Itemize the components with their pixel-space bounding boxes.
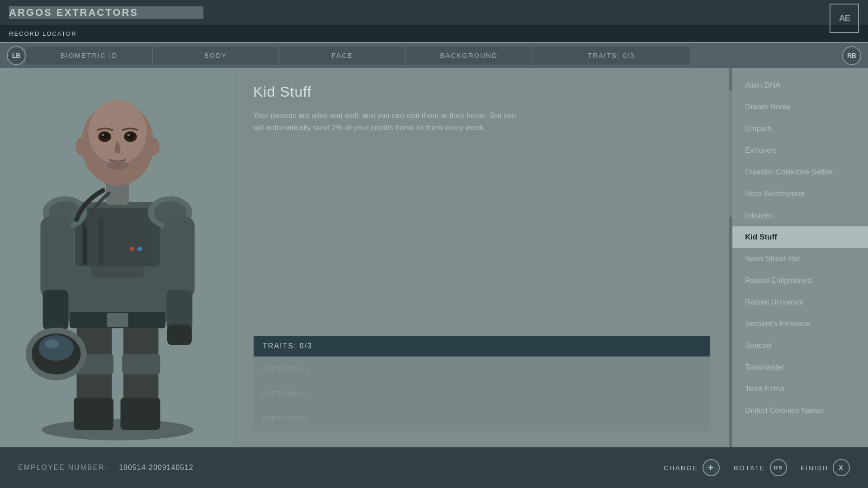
tab-body[interactable]: BODY bbox=[152, 46, 279, 65]
trait-title: Kid Stuff bbox=[253, 84, 711, 100]
tab-traits[interactable]: TRAITS: 0/3 bbox=[532, 46, 690, 65]
rb-button[interactable]: RB bbox=[842, 46, 861, 65]
trait-slot-1[interactable]: {OPTIONAL} bbox=[254, 357, 710, 381]
top-header: ARGOS EXTRACTORS RECORD LOCATOR AE bbox=[0, 0, 868, 43]
finish-button[interactable]: FINISH X bbox=[801, 459, 850, 476]
svg-rect-5 bbox=[74, 398, 113, 430]
rotate-label: ROTATE bbox=[733, 464, 765, 472]
change-button[interactable]: CHANGE ✛ bbox=[664, 459, 720, 476]
trait-list-item[interactable]: Empath bbox=[732, 118, 868, 140]
trait-list-item[interactable]: Kid Stuff bbox=[732, 226, 868, 248]
lb-button[interactable]: LB bbox=[7, 46, 26, 65]
title-bar-fill bbox=[9, 6, 203, 19]
svg-point-36 bbox=[102, 134, 104, 136]
traits-selection-box: TRAITS: 0/3 {OPTIONAL} {OPTIONAL} {OPTIO… bbox=[253, 335, 711, 432]
svg-rect-25 bbox=[167, 290, 193, 330]
x-icon[interactable]: X bbox=[833, 459, 850, 476]
traits-list: Alien DNADream HomeEmpathExtrovertFreest… bbox=[732, 68, 868, 447]
svg-point-31 bbox=[146, 137, 160, 156]
bottom-actions: CHANGE ✛ ROTATE RS FINISH X bbox=[664, 459, 850, 476]
svg-rect-19 bbox=[43, 290, 69, 330]
svg-point-37 bbox=[127, 134, 130, 136]
main-content: Kid Stuff Your parents are alive and wel… bbox=[0, 68, 868, 447]
trait-description: Your parents are alive and well, and you… bbox=[253, 109, 524, 134]
trait-list-item[interactable]: Spaced bbox=[732, 335, 868, 357]
ae-logo: AE bbox=[830, 4, 859, 33]
scrollbar bbox=[729, 68, 732, 447]
trait-list-item[interactable]: Alien DNA bbox=[732, 75, 868, 96]
scrollbar-thumb[interactable] bbox=[729, 90, 732, 217]
trait-list-item[interactable]: Extrovert bbox=[732, 140, 868, 161]
record-bar: RECORD LOCATOR bbox=[0, 25, 868, 42]
svg-point-23 bbox=[45, 339, 59, 349]
trait-list-item[interactable]: United Colonies Native bbox=[732, 400, 868, 422]
svg-rect-24 bbox=[164, 217, 194, 299]
svg-point-22 bbox=[39, 335, 74, 361]
bottom-bar: EMPLOYEE NUMBER: 190514-2009140512 CHANG… bbox=[0, 447, 868, 488]
svg-point-40 bbox=[130, 246, 134, 251]
finish-label: FINISH bbox=[801, 464, 828, 472]
record-subtitle: RECORD LOCATOR bbox=[9, 30, 77, 37]
character-area bbox=[0, 68, 235, 447]
employee-label: EMPLOYEE NUMBER: bbox=[18, 464, 108, 472]
nav-tabs: LB BIOMETRIC ID BODY FACE BACKGROUND TRA… bbox=[0, 43, 868, 68]
title-bar: ARGOS EXTRACTORS bbox=[0, 0, 868, 25]
svg-rect-39 bbox=[91, 208, 144, 278]
trait-list-item[interactable]: Freestar Collective Settler bbox=[732, 161, 868, 183]
trait-slot-2[interactable]: {OPTIONAL} bbox=[254, 381, 710, 406]
svg-rect-18 bbox=[40, 217, 71, 299]
trait-list-item[interactable]: Neon Street Rat bbox=[732, 248, 868, 270]
svg-point-30 bbox=[75, 137, 90, 156]
trait-list-item[interactable]: Terra Firma bbox=[732, 378, 868, 400]
tab-face[interactable]: FACE bbox=[279, 46, 406, 65]
character-portrait bbox=[0, 68, 235, 447]
tab-background[interactable]: BACKGROUND bbox=[406, 46, 532, 65]
traits-box-header: TRAITS: 0/3 bbox=[254, 336, 710, 357]
trait-list-item[interactable]: Hero Worshipped bbox=[732, 183, 868, 205]
rotate-button[interactable]: ROTATE RS bbox=[733, 459, 787, 476]
svg-rect-11 bbox=[107, 313, 128, 327]
svg-rect-26 bbox=[167, 325, 192, 345]
change-label: CHANGE bbox=[664, 464, 698, 472]
rs-icon[interactable]: RS bbox=[770, 459, 787, 476]
svg-point-0 bbox=[42, 419, 193, 441]
trait-list-item[interactable]: Raised Universal bbox=[732, 291, 868, 313]
svg-point-41 bbox=[137, 246, 142, 251]
svg-point-38 bbox=[107, 160, 128, 170]
svg-point-29 bbox=[88, 100, 146, 164]
svg-rect-4 bbox=[122, 354, 160, 374]
trait-list-item[interactable]: Raised Enlightened bbox=[732, 270, 868, 291]
trait-list-item[interactable]: Taskmaster bbox=[732, 357, 868, 378]
character-figure bbox=[0, 68, 235, 447]
info-panel: Kid Stuff Your parents are alive and wel… bbox=[235, 68, 729, 447]
svg-rect-6 bbox=[120, 398, 160, 430]
trait-slot-3[interactable]: {OPTIONAL} bbox=[254, 406, 710, 431]
trait-list-item[interactable]: Dream Home bbox=[732, 96, 868, 118]
trait-list-item[interactable]: Serpent's Embrace bbox=[732, 313, 868, 335]
tab-biometric-id[interactable]: BIOMETRIC ID bbox=[26, 46, 152, 65]
trait-list-item[interactable]: Introvert bbox=[732, 205, 868, 226]
employee-number: 190514-2009140512 bbox=[119, 464, 193, 472]
plus-icon[interactable]: ✛ bbox=[703, 459, 720, 476]
